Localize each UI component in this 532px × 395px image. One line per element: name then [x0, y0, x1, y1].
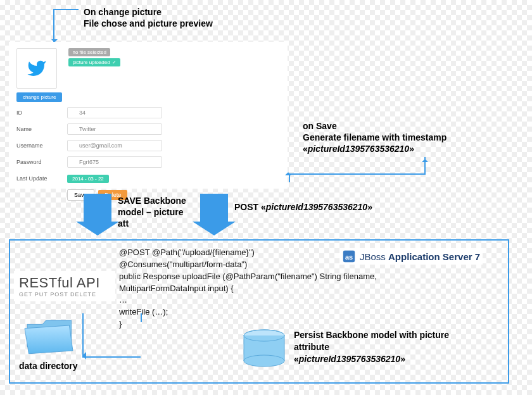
username-field[interactable]	[67, 140, 162, 151]
input-wrap: 👤	[67, 140, 280, 151]
label-id: ID	[16, 110, 67, 116]
code-line: …	[119, 294, 377, 306]
input-wrap: 🔒	[67, 156, 280, 168]
connector-writefile	[82, 313, 141, 358]
svg-point-4	[244, 355, 284, 367]
jboss-label: as JBoss Application Server 7	[339, 248, 483, 265]
code-line: @POST @Path("/upload/{filename}")	[119, 247, 377, 259]
code-line: MultipartFormDataInput input) {	[119, 283, 377, 295]
label-lastupdate: Last Update	[16, 175, 67, 182]
annotation-line: on Save	[303, 120, 446, 132]
code-line: public Response uploadFile (@PathParam("…	[119, 271, 377, 283]
persist-line: Persist Backbone model with picture	[294, 329, 449, 341]
restful-title: RESTful API	[19, 275, 110, 291]
form-panel: change picture no file selected picture …	[9, 42, 288, 189]
code-snippet: @POST @Path("/upload/{filename}") @Consu…	[119, 247, 377, 330]
database-icon	[242, 329, 286, 367]
change-picture-button[interactable]: change picture	[16, 92, 62, 102]
annotation-line: model – picture att	[118, 206, 194, 229]
label-username: Username	[16, 142, 67, 149]
row-username: Username 👤	[16, 140, 280, 151]
jboss-prefix: JBoss	[360, 251, 386, 262]
row-name: Name 👤	[16, 123, 280, 135]
connector-save-vert	[424, 157, 426, 173]
password-field[interactable]	[67, 156, 162, 168]
connector-top	[53, 9, 79, 44]
annotation-line: On change picture	[84, 6, 213, 18]
jboss-text: JBoss Application Server 7	[360, 251, 480, 262]
avatar-preview	[16, 48, 57, 89]
annotation-line: ««pictureId1395763536210»pictureId139576…	[303, 143, 446, 154]
input-wrap: 👤	[67, 123, 280, 135]
input-wrap: #	[67, 107, 280, 118]
avatar-column: change picture	[16, 48, 62, 102]
annotation-on-change-picture: On change picture File chose and picture…	[84, 6, 213, 29]
jboss-icon: as	[342, 249, 356, 263]
row-password: Password 🔒	[16, 156, 280, 168]
label-password: Password	[16, 159, 67, 165]
svg-text:as: as	[345, 253, 353, 261]
folder-icon	[23, 315, 77, 356]
jboss-bold: Application Server 7	[388, 251, 480, 262]
restful-subtitle: GET PUT POST DELETE	[19, 291, 110, 298]
lastupdate-value: 2014 - 03 - 22	[67, 175, 109, 183]
badge-uploaded-text: picture uploaded	[72, 60, 110, 65]
label-save-backbone: SAVE Backbone model – picture att	[118, 195, 194, 230]
annotation-line: Generate filename with timestamp	[303, 132, 446, 143]
persist-line: attribute	[294, 341, 449, 353]
arrow-post	[200, 194, 228, 222]
connector-save-horiz	[289, 173, 426, 175]
row-lastupdate: Last Update 2014 - 03 - 22	[16, 173, 280, 184]
connector-save-end	[289, 173, 290, 182]
code-line: writeFile (…);	[119, 306, 377, 318]
annotation-on-save: on Save Generate filename with timestamp…	[303, 120, 446, 155]
name-field[interactable]	[67, 123, 162, 135]
persist-label: Persist Backbone model with picture attr…	[294, 329, 449, 365]
label-name: Name	[16, 126, 67, 132]
id-field[interactable]	[67, 107, 162, 118]
form-header: change picture no file selected picture …	[16, 48, 280, 102]
label-post: POST «pictureId1395763536210» POST «pict…	[234, 201, 372, 213]
persist-line: «pictureId1395763536210»«pictureId139576…	[294, 353, 449, 365]
restful-api-label: RESTful API GET PUT POST DELETE	[14, 271, 115, 301]
badge-column: no file selected picture uploaded✓	[68, 48, 120, 102]
twitter-bird-icon	[24, 58, 49, 78]
annotation-line: SAVE Backbone	[118, 195, 194, 206]
badge-uploaded: picture uploaded✓	[68, 58, 120, 66]
code-line: @Consumes("multipart/form-data")	[119, 259, 377, 271]
connector-writefile-top	[141, 313, 142, 322]
arrow-save-backbone	[84, 194, 111, 222]
check-icon: ✓	[112, 60, 117, 65]
row-id: ID #	[16, 107, 280, 118]
badge-no-file: no file selected	[68, 48, 110, 56]
annotation-line: File chose and picture preview	[84, 18, 213, 29]
data-directory-label: data directory	[19, 361, 78, 371]
